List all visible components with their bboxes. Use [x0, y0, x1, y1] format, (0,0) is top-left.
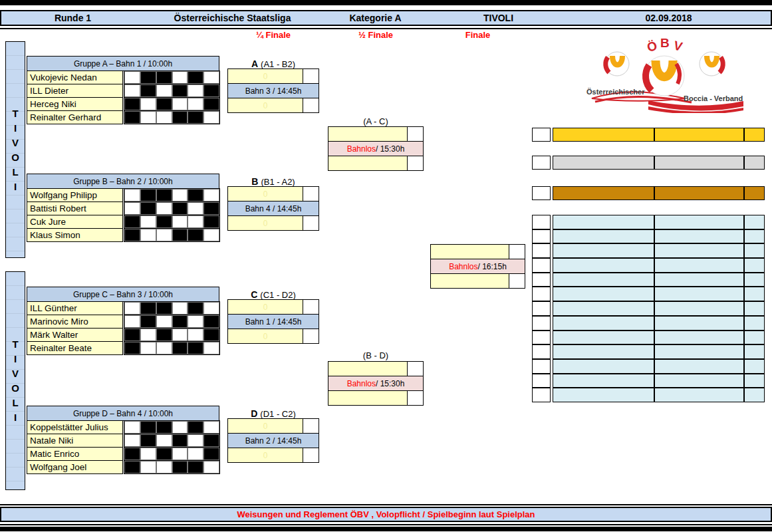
result-cell[interactable]: [553, 388, 654, 402]
score-cell[interactable]: [328, 362, 407, 376]
result-cell[interactable]: [744, 359, 765, 374]
score-cell[interactable]: 0: [228, 187, 303, 201]
silver-bar-segment[interactable]: [654, 156, 744, 170]
score-cell[interactable]: [431, 274, 509, 288]
rank-cell[interactable]: [532, 186, 551, 200]
result-cell[interactable]: [553, 331, 654, 345]
gold-bar-segment[interactable]: [654, 128, 744, 142]
result-cell[interactable]: [744, 215, 765, 229]
result-cell[interactable]: [553, 316, 654, 331]
player-cell[interactable]: Marinovic Miro: [27, 315, 123, 329]
result-cell[interactable]: [654, 258, 744, 273]
rank-cell[interactable]: [532, 301, 551, 316]
result-cell[interactable]: [553, 359, 654, 374]
result-cell[interactable]: [654, 331, 744, 345]
score-cell[interactable]: 0: [228, 216, 303, 230]
player-cell[interactable]: Matic Enrico: [27, 447, 123, 461]
score-cell[interactable]: 0: [228, 69, 303, 83]
result-cell[interactable]: [509, 245, 525, 259]
score-cell[interactable]: [431, 245, 509, 259]
result-cell[interactable]: [654, 359, 744, 374]
player-cell[interactable]: Koppelstätter Julius: [27, 420, 123, 434]
result-cell[interactable]: [303, 98, 319, 112]
result-cell[interactable]: [654, 243, 744, 258]
result-cell[interactable]: [744, 331, 765, 345]
silver-bar-segment[interactable]: [553, 156, 654, 170]
score-cell[interactable]: [328, 391, 407, 405]
score-cell[interactable]: 0: [228, 98, 303, 112]
result-cell[interactable]: [654, 316, 744, 331]
result-cell[interactable]: [654, 301, 744, 316]
score-cell[interactable]: 0: [228, 329, 303, 343]
bronze-bar-segment[interactable]: [744, 186, 765, 200]
rank-cell[interactable]: [532, 128, 551, 142]
result-cell[interactable]: [303, 69, 319, 83]
result-cell[interactable]: [407, 362, 423, 376]
result-cell[interactable]: [744, 287, 765, 301]
rank-cell[interactable]: [532, 359, 551, 374]
rank-cell[interactable]: [532, 374, 551, 388]
score-cell[interactable]: 0: [228, 448, 303, 462]
player-cell[interactable]: ILL Dieter: [27, 84, 123, 98]
result-cell[interactable]: [303, 300, 319, 314]
result-cell[interactable]: [553, 374, 654, 388]
result-cell[interactable]: [744, 388, 765, 402]
result-cell[interactable]: [654, 273, 744, 287]
result-cell[interactable]: [553, 287, 654, 301]
score-cell[interactable]: 0: [228, 419, 303, 433]
player-cell[interactable]: Reinalter Beate: [27, 341, 123, 355]
result-cell[interactable]: [744, 316, 765, 331]
player-cell[interactable]: Herceg Niki: [27, 97, 123, 111]
result-cell[interactable]: [509, 274, 525, 288]
score-cell[interactable]: 0: [228, 300, 303, 314]
result-cell[interactable]: [654, 388, 744, 402]
result-cell[interactable]: [744, 301, 765, 316]
result-cell[interactable]: [744, 344, 765, 359]
result-cell[interactable]: [654, 229, 744, 244]
player-cell[interactable]: ILL Günther: [27, 301, 123, 315]
gold-bar-segment[interactable]: [553, 128, 654, 142]
bronze-bar-segment[interactable]: [654, 186, 744, 200]
result-cell[interactable]: [553, 344, 654, 359]
player-cell[interactable]: Wolfgang Philipp: [27, 188, 123, 202]
player-cell[interactable]: Reinalter Gerhard: [27, 110, 123, 124]
bronze-bar-segment[interactable]: [553, 186, 654, 200]
result-cell[interactable]: [407, 391, 423, 405]
result-cell[interactable]: [654, 344, 744, 359]
player-cell[interactable]: Natale Niki: [27, 434, 123, 448]
player-cell[interactable]: Wolfgang Joel: [27, 460, 123, 474]
rank-cell[interactable]: [532, 243, 551, 258]
rank-cell[interactable]: [532, 258, 551, 273]
result-cell[interactable]: [553, 258, 654, 273]
rank-cell[interactable]: [532, 215, 551, 229]
result-cell[interactable]: [744, 273, 765, 287]
result-cell[interactable]: [744, 374, 765, 388]
rank-cell[interactable]: [532, 273, 551, 287]
result-cell[interactable]: [303, 216, 319, 230]
player-cell[interactable]: Cuk Jure: [27, 215, 123, 229]
result-cell[interactable]: [654, 215, 744, 229]
gold-bar-segment[interactable]: [744, 128, 765, 142]
player-cell[interactable]: Battisti Robert: [27, 201, 123, 215]
player-cell[interactable]: Märk Walter: [27, 328, 123, 342]
result-cell[interactable]: [553, 273, 654, 287]
rank-cell[interactable]: [532, 331, 551, 345]
rank-cell[interactable]: [532, 344, 551, 359]
result-cell[interactable]: [303, 448, 319, 462]
rank-cell[interactable]: [532, 229, 551, 244]
result-cell[interactable]: [654, 287, 744, 301]
result-cell[interactable]: [744, 258, 765, 273]
result-cell[interactable]: [553, 215, 654, 229]
result-cell[interactable]: [553, 301, 654, 316]
result-cell[interactable]: [407, 127, 423, 141]
result-cell[interactable]: [654, 374, 744, 388]
player-cell[interactable]: Klaus Simon: [27, 228, 123, 242]
rank-cell[interactable]: [532, 156, 551, 170]
rank-cell[interactable]: [532, 316, 551, 331]
result-cell[interactable]: [303, 329, 319, 343]
result-cell[interactable]: [303, 187, 319, 201]
result-cell[interactable]: [744, 243, 765, 258]
score-cell[interactable]: [328, 127, 407, 141]
result-cell[interactable]: [553, 229, 654, 244]
result-cell[interactable]: [744, 229, 765, 244]
